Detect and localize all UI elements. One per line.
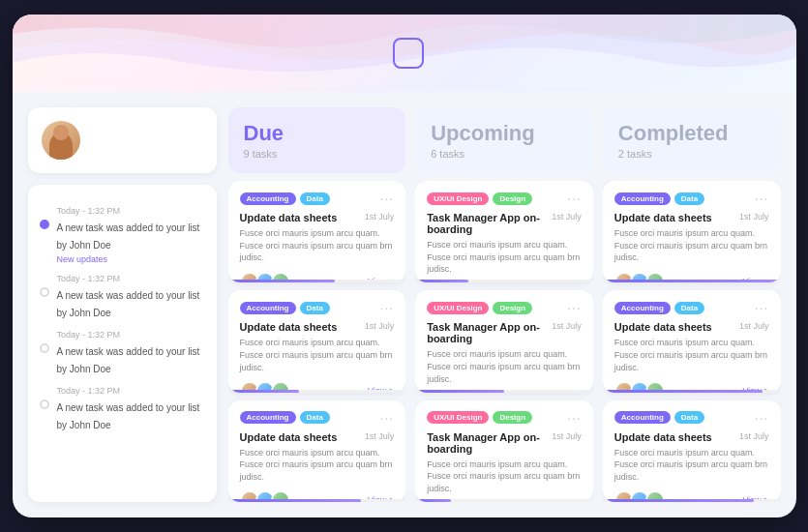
- main-content: Today - 1:32 PM A new task was added to …: [13, 92, 796, 517]
- tag-design: Design: [493, 411, 532, 424]
- more-icon[interactable]: ···: [755, 300, 769, 315]
- card-date: 1st July: [365, 321, 395, 331]
- card-progress-track: [603, 499, 781, 502]
- card-description: Fusce orci mauris ipsum arcu quam. Fusce…: [240, 337, 395, 373]
- card-top: AccountingData ···: [614, 300, 769, 315]
- column-title: Due: [244, 121, 391, 146]
- tag-data: Data: [674, 192, 704, 205]
- card-date: 1st July: [552, 212, 582, 222]
- task-card: UX/UI DesignDesign ··· Task Manager App …: [415, 290, 593, 392]
- tag-data: Data: [300, 192, 330, 205]
- column-title: Upcoming: [431, 121, 578, 146]
- card-description: Fusce orci mauris ipsum arcu quam. Fusce…: [427, 348, 582, 385]
- card-tags: AccountingData: [240, 192, 330, 205]
- column-due: Due 9 tasks AccountingData ··· Update da…: [228, 107, 406, 502]
- tag-data: Data: [300, 411, 330, 424]
- card-date: 1st July: [739, 212, 769, 222]
- task-card: UX/UI DesignDesign ··· Task Manager App …: [415, 400, 593, 502]
- activity-item: Today - 1:32 PM A new task was added to …: [40, 206, 205, 264]
- more-icon[interactable]: ···: [380, 410, 395, 426]
- card-tags: AccountingData: [240, 302, 330, 314]
- sidebar: Today - 1:32 PM A new task was added to …: [28, 107, 217, 502]
- task-card: AccountingData ··· Update data sheets 1s…: [603, 400, 781, 502]
- tag-accounting: Accounting: [240, 302, 296, 314]
- more-icon[interactable]: ···: [380, 300, 395, 315]
- column-count: 6 tasks: [431, 148, 578, 160]
- card-header-row: Task Manager App on-boarding 1st July: [427, 212, 582, 235]
- card-top: UX/UI DesignDesign ···: [427, 300, 582, 315]
- logo-icon: [393, 38, 424, 69]
- cards-container: AccountingData ··· Update data sheets 1s…: [228, 181, 406, 502]
- task-card: UX/UI DesignDesign ··· Task Manager App …: [415, 181, 593, 282]
- column-title: Completed: [618, 121, 765, 146]
- card-progress-bar: [415, 390, 504, 393]
- tag-accounting: Accounting: [614, 192, 671, 205]
- task-card: AccountingData ··· Update data sheets 1s…: [228, 181, 406, 282]
- header: [13, 15, 796, 92]
- card-top: AccountingData ···: [240, 191, 395, 206]
- card-tags: AccountingData: [614, 302, 704, 314]
- activity-list: Today - 1:32 PM A new task was added to …: [40, 206, 205, 432]
- column-header-due: Due 9 tasks: [228, 107, 406, 173]
- card-progress-bar: [228, 390, 299, 393]
- card-progress-track: [415, 499, 593, 502]
- card-progress-bar: [603, 390, 763, 393]
- card-progress-track: [415, 280, 593, 282]
- more-icon[interactable]: ···: [567, 191, 582, 206]
- card-tags: AccountingData: [614, 411, 704, 424]
- card-header-row: Update data sheets 1st July: [240, 212, 395, 223]
- cards-container: AccountingData ··· Update data sheets 1s…: [603, 181, 781, 502]
- card-title: Update data sheets: [614, 321, 735, 333]
- tag-accounting: Accounting: [614, 302, 671, 314]
- column-completed: Completed 2 tasks AccountingData ··· Upd…: [603, 107, 781, 502]
- activity-time: Today - 1:32 PM: [57, 386, 205, 396]
- more-icon[interactable]: ···: [755, 191, 769, 206]
- columns-container: Due 9 tasks AccountingData ··· Update da…: [228, 107, 781, 502]
- card-progress-track: [228, 280, 406, 282]
- tag-design: Design: [493, 192, 532, 205]
- cards-container: UX/UI DesignDesign ··· Task Manager App …: [415, 181, 593, 502]
- card-top: AccountingData ···: [240, 410, 395, 426]
- activity-content: Today - 1:32 PM A new task was added to …: [57, 274, 205, 320]
- card-date: 1st July: [365, 212, 395, 222]
- card-progress-bar: [228, 280, 335, 282]
- card-description: Fusce orci mauris ipsum arcu quam. Fusce…: [240, 227, 395, 264]
- task-card: AccountingData ··· Update data sheets 1s…: [228, 290, 406, 392]
- card-progress-track: [603, 390, 781, 393]
- tag-ux: UX/UI Design: [427, 411, 489, 424]
- task-card: AccountingData ··· Update data sheets 1s…: [603, 181, 781, 282]
- tag-accounting: Accounting: [240, 411, 296, 424]
- card-tags: AccountingData: [614, 192, 704, 205]
- tag-data: Data: [674, 302, 704, 314]
- more-icon[interactable]: ···: [567, 410, 582, 426]
- activity-text: A new task was added to your list by Joh…: [57, 346, 200, 374]
- more-icon[interactable]: ···: [567, 300, 582, 315]
- tag-ux: UX/UI Design: [427, 302, 489, 314]
- activity-item: Today - 1:32 PM A new task was added to …: [40, 274, 205, 320]
- activity-content: Today - 1:32 PM A new task was added to …: [57, 206, 205, 264]
- card-progress-track: [228, 499, 406, 502]
- card-header-row: Update data sheets 1st July: [614, 431, 769, 443]
- activity-content: Today - 1:32 PM A new task was added to …: [57, 330, 205, 376]
- card-title: Update data sheets: [240, 321, 361, 333]
- tag-accounting: Accounting: [240, 192, 296, 205]
- card-header-row: Update data sheets 1st July: [240, 431, 395, 443]
- more-icon[interactable]: ···: [755, 410, 769, 426]
- column-upcoming: Upcoming 6 tasks UX/UI DesignDesign ··· …: [415, 107, 593, 502]
- activity-dot: [40, 220, 49, 229]
- card-top: UX/UI DesignDesign ···: [427, 191, 582, 206]
- avatar: [42, 121, 80, 160]
- card-progress-bar: [603, 499, 754, 502]
- card-header-row: Update data sheets 1st July: [240, 321, 395, 333]
- activity-dot: [40, 343, 49, 353]
- activity-time: Today - 1:32 PM: [57, 206, 205, 216]
- card-date: 1st July: [552, 321, 582, 331]
- card-title: Update data sheets: [614, 212, 735, 223]
- card-title: Task Manager App on-boarding: [427, 321, 548, 344]
- card-description: Fusce orci mauris ipsum arcu quam. Fusce…: [240, 447, 395, 484]
- card-title: Task Manager App on-boarding: [427, 431, 548, 455]
- card-date: 1st July: [365, 431, 395, 441]
- card-header-row: Task Manager App on-boarding 1st July: [427, 431, 582, 455]
- card-tags: UX/UI DesignDesign: [427, 192, 532, 205]
- more-icon[interactable]: ···: [380, 191, 395, 206]
